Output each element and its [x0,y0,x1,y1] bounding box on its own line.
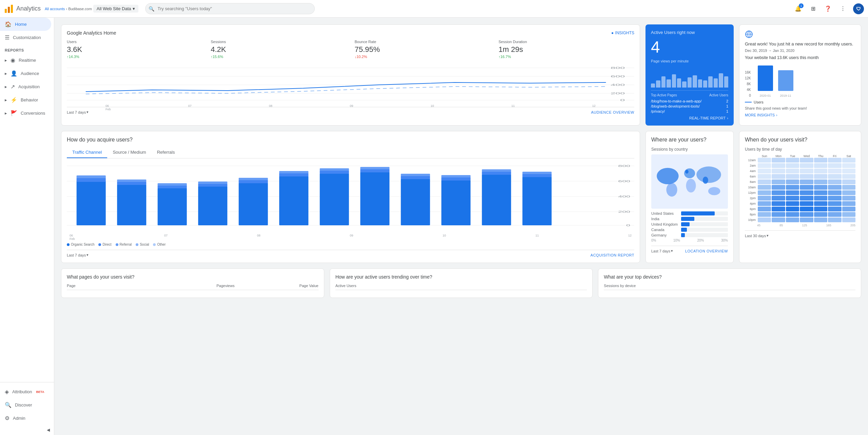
location-dropdown-chevron: ▾ [671,249,673,253]
more-insights-link[interactable]: MORE INSIGHTS › [745,113,855,117]
heatmap-cell-12am-6 [842,158,855,163]
avatar[interactable]: 🛡 [853,3,864,14]
world-map [651,154,728,209]
metric-users: Users 3.6K ↑14.3% [67,40,202,59]
location-overview-link[interactable]: LOCATION OVERVIEW [685,249,728,253]
sidebar-item-realtime[interactable]: ▸ ◉ Realtime [0,54,54,67]
search-input[interactable] [145,3,315,14]
sidebar-item-home[interactable]: 🏠 Home [0,18,51,31]
expand-icon-audience: ▸ [5,71,7,76]
svg-rect-35 [117,179,146,182]
heatmap-row-8am: 8am [745,179,855,184]
active-page-2: /blog/web-development-tools/ 1 [651,104,728,108]
heatmap-cell-4pm-0 [758,201,771,206]
heatmap-day-tue: Tue [786,154,799,158]
svg-rect-65 [522,172,552,174]
heatmap-day-mon: Mon [772,154,785,158]
country-bar-us [681,211,715,215]
country-bar-canada [681,228,687,232]
active-page-count-1: 2 [726,99,728,103]
heatmap-cell-4am-0 [758,169,771,173]
sidebar-item-customization[interactable]: ☰ Customization [0,31,51,44]
sidebar-conversions-label: Conversions [21,111,45,116]
insights-link[interactable]: ● INSIGHTS [611,31,634,35]
heatmap-cell-12am-5 [828,158,841,163]
heatmap-label-10am: 10am [745,185,757,190]
heatmap-cell-12pm-6 [842,190,855,195]
heatmap-wrapper: Sun Mon Tue Wed Thu Fri Sat 12am2am4am6a… [745,154,855,227]
all-accounts-link[interactable]: All accounts [45,7,65,11]
active-page-1: /blog/how-to-make-a-web-app/ 2 [651,99,728,103]
mini-bar-8 [688,77,692,88]
time-date-dropdown[interactable]: Last 30 days ▾ [745,233,769,238]
world-map-svg [651,154,728,209]
location-date-dropdown[interactable]: Last 7 days ▾ [651,249,673,253]
heatmap-cell-12am-2 [786,158,799,163]
heatmap-cell-8am-0 [758,179,771,184]
svg-text:800: 800 [618,164,630,168]
acquisition-legend: Organic Search Direct Referral Social Ot… [67,243,634,246]
mini-bar-2 [656,80,660,88]
metric-duration-label: Session Duration [499,40,634,44]
real-time-report-link[interactable]: REAL-TIME REPORT › [651,116,728,120]
svg-rect-48 [320,173,349,225]
pages-col-page: Page [67,284,151,288]
heatmap-cell-12pm-0 [758,190,771,195]
heatmap-cell-8am-3 [800,179,813,184]
country-bar-india [681,217,694,221]
heatmap-day-sat: Sat [842,154,855,158]
heatmap-cell-2pm-4 [814,196,827,201]
sidebar-home-label: Home [15,22,27,27]
sidebar-item-acquisition[interactable]: ▸ ↗ Acquisition [0,80,54,93]
metric-bounce-change: ↓10.2% [355,55,490,59]
legend-dot-organic [67,243,70,246]
active-trend-header: Active Users [335,284,587,290]
time-card-footer: Last 30 days ▾ [745,230,855,238]
pages-col-pageviews: Pageviews [151,284,234,288]
heatmap-row-12pm: 12pm [745,190,855,195]
heatmap-cell-8am-4 [814,179,827,184]
heatmap-rows: 12am2am4am6am8am10am12pm2pm4pm6pm8pm10pm [745,158,855,222]
overview-card: Google Analytics Home ● INSIGHTS Users 3… [61,24,640,126]
time-section-title: When do your users visit? [745,137,855,143]
sidebar-item-conversions[interactable]: ▸ 🚩 Conversions [0,107,54,120]
acquisition-x-labels: 06Feb 07 08 09 10 11 12 [67,234,634,241]
svg-rect-43 [239,180,268,183]
property-selector[interactable]: All Web Site Data ▾ [93,5,138,13]
heatmap-cell-12pm-1 [772,190,785,195]
mini-bar-4 [667,79,671,88]
heatmap-row-10am: 10am [745,185,855,190]
help-icon[interactable]: ❓ [823,4,833,14]
tab-traffic-channel[interactable]: Traffic Channel [67,147,107,158]
tab-referrals[interactable]: Referrals [152,147,180,158]
share-text: Share this good news with your team! [745,106,855,110]
second-row: How do you acquire users? Traffic Channe… [61,131,861,263]
heatmap-day-wed: Wed [800,154,813,158]
notifications-icon[interactable]: 🔔 1 [793,4,803,14]
metric-bounce-label: Bounce Rate [355,40,490,44]
svg-point-70 [686,179,696,192]
mini-bar-12 [708,76,712,88]
tab-source-medium[interactable]: Source / Medium [107,147,151,158]
mini-bar-3 [661,76,666,88]
heatmap-cell-12pm-3 [800,190,813,195]
svg-text:800: 800 [611,66,625,70]
apps-icon[interactable]: ⊞ [808,4,818,14]
sidebar-item-audience[interactable]: ▸ 👤 Audience [0,67,54,80]
svg-rect-62 [482,169,511,172]
heatmap-cell-8am-5 [828,179,841,184]
pages-col-value: Page Value [234,284,318,288]
heatmap-label-12am: 12am [745,158,757,163]
heatmap-cell-4pm-2 [786,201,799,206]
location-card: Where are your users? Sessions by countr… [645,131,734,263]
sidebar-audience-label: Audience [21,71,39,76]
acquisition-date-dropdown[interactable]: Last 7 days ▾ [67,253,89,257]
expand-icon-acq: ▸ [5,84,7,89]
acquisition-report-link[interactable]: ACQUISITION REPORT [591,253,634,257]
metric-sessions: Sessions 4.2K ↑15.6% [211,40,346,59]
svg-rect-51 [360,172,389,225]
more-icon[interactable]: ⋮ [838,4,848,14]
sidebar-item-behavior[interactable]: ▸ ⚡ Behavior [0,93,54,107]
heatmap-cell-6am-6 [842,174,855,179]
main-content: Google Analytics Home ● INSIGHTS Users 3… [54,18,868,305]
